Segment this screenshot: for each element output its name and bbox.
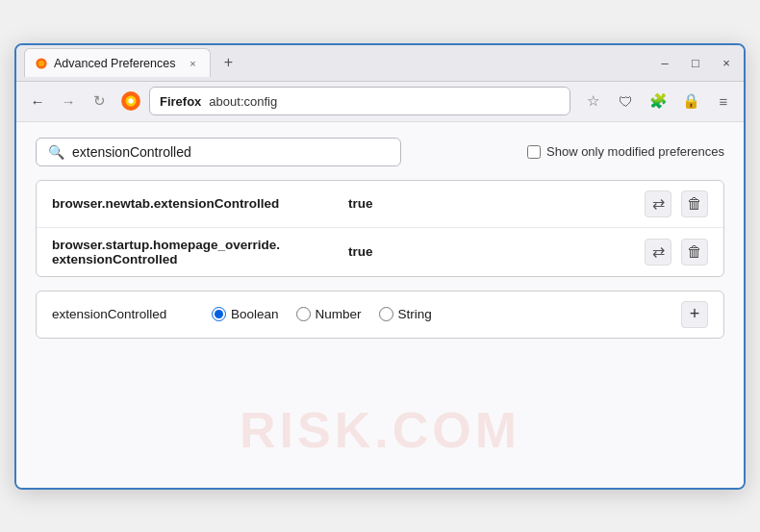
menu-icon[interactable]: ≡ (711, 89, 736, 114)
tab-title: Advanced Preferences (54, 57, 175, 70)
row-actions-2: ⇄ 🗑 (645, 239, 708, 266)
show-modified-checkbox[interactable] (527, 145, 541, 159)
firefox-favicon (35, 57, 48, 70)
new-tab-button[interactable]: + (216, 51, 240, 74)
row-actions-1: ⇄ 🗑 (645, 190, 708, 217)
number-option[interactable]: Number (296, 307, 362, 321)
pref-name-2: browser.startup.homepage_override.extens… (52, 238, 341, 266)
bookmark-icon[interactable]: ☆ (580, 89, 605, 114)
string-radio[interactable] (379, 307, 393, 321)
swap-button-2[interactable]: ⇄ (645, 239, 671, 266)
watermark: RISK.COM (240, 401, 520, 459)
reload-button[interactable]: ↻ (86, 88, 113, 114)
shield-icon[interactable]: 🛡 (613, 89, 638, 114)
show-modified-label[interactable]: Show only modified preferences (527, 144, 724, 159)
browser-tab[interactable]: Advanced Preferences × (24, 48, 211, 77)
nav-icon-group: ☆ 🛡 🧩 🔒 ≡ (580, 89, 736, 114)
show-modified-text: Show only modified preferences (546, 144, 724, 159)
browser-window: Advanced Preferences × + – □ × ← → ↻ Fir… (14, 43, 746, 490)
table-row: browser.newtab.extensionControlled true … (37, 181, 723, 228)
new-preference-row: extensionControlled Boolean Number Strin… (36, 291, 724, 339)
number-radio[interactable] (296, 307, 311, 321)
boolean-label: Boolean (231, 307, 279, 321)
string-label: String (398, 307, 432, 321)
svg-point-4 (128, 98, 133, 103)
page-content: RISK.COM 🔍 Show only modified preference… (16, 122, 744, 488)
site-name: Firefox (160, 94, 201, 109)
new-pref-name: extensionControlled (52, 307, 196, 321)
boolean-option[interactable]: Boolean (212, 307, 279, 321)
search-input[interactable] (72, 144, 389, 160)
number-label: Number (316, 307, 362, 321)
swap-button-1[interactable]: ⇄ (645, 190, 671, 217)
forward-button[interactable]: → (55, 88, 82, 114)
search-row: 🔍 Show only modified preferences (36, 138, 724, 166)
tab-close-button[interactable]: × (185, 56, 200, 71)
nav-bar: ← → ↻ Firefox about:config ☆ 🛡 🧩 🔒 ≡ (16, 82, 744, 122)
extension-icon[interactable]: 🧩 (646, 89, 671, 114)
address-bar[interactable]: Firefox about:config (149, 87, 570, 115)
delete-button-1[interactable]: 🗑 (681, 190, 708, 217)
table-row: browser.startup.homepage_override.extens… (37, 228, 723, 276)
maximize-button[interactable]: □ (686, 53, 705, 72)
type-radio-group: Boolean Number String (212, 307, 432, 321)
svg-point-1 (38, 60, 44, 65)
pref-value-1: true (348, 196, 373, 211)
search-icon: 🔍 (48, 144, 64, 160)
minimize-button[interactable]: – (655, 53, 674, 72)
delete-button-2[interactable]: 🗑 (681, 239, 708, 266)
lock-icon[interactable]: 🔒 (678, 89, 703, 114)
add-preference-button[interactable]: + (681, 301, 708, 328)
title-bar: Advanced Preferences × + – □ × (16, 45, 744, 82)
boolean-radio[interactable] (212, 307, 226, 321)
pref-value-2: true (348, 244, 373, 259)
preference-search-box[interactable]: 🔍 (36, 138, 401, 166)
pref-name-1: browser.newtab.extensionControlled (52, 196, 341, 211)
results-table: browser.newtab.extensionControlled true … (36, 180, 724, 277)
back-button[interactable]: ← (24, 88, 51, 114)
url-display: about:config (209, 94, 277, 109)
window-controls: – □ × (655, 53, 736, 72)
string-option[interactable]: String (379, 307, 432, 321)
close-window-button[interactable]: × (717, 53, 736, 72)
firefox-logo (120, 90, 141, 112)
